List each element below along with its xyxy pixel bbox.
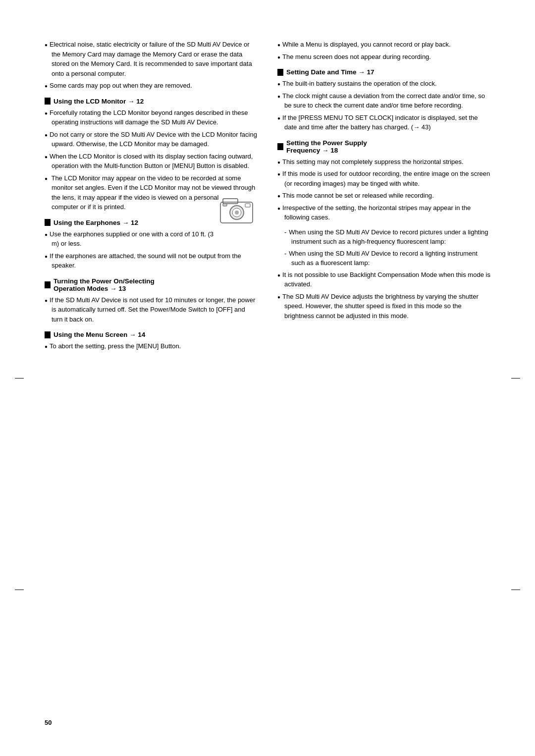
list-item: If the earphones are attached, the sound…	[45, 251, 258, 270]
list-item: The built-in battery sustains the operat…	[277, 79, 490, 89]
page: Electrical noise, static electricity or …	[0, 0, 535, 756]
sub-item-1: When using the SD Multi AV Device to rec…	[277, 227, 490, 247]
section-title-earphones: Using the Earphones → 12	[54, 219, 138, 226]
section-power-frequency: Setting the Power SupplyFrequency → 18	[277, 139, 490, 154]
section-title-lcd: Using the LCD Monitor → 12	[54, 98, 144, 105]
list-item: This mode cannot be set or released whil…	[277, 191, 490, 201]
list-item: While a Menu is displayed, you cannot re…	[277, 40, 490, 50]
section-title-menu-screen: Using the Menu Screen → 14	[54, 331, 145, 338]
list-item: Some cards may pop out when they are rem…	[45, 81, 258, 91]
list-item: The clock might cause a deviation from t…	[277, 91, 490, 110]
section-block-icon	[45, 331, 51, 338]
list-item: Use the earphones supplied or one with a…	[45, 229, 258, 249]
svg-point-4	[235, 211, 239, 215]
power-modes-bullets: If the SD Multi AV Device is not used fo…	[45, 295, 258, 324]
svg-rect-5	[245, 204, 250, 207]
menu-screen-bullets: To abort the setting, press the [MENU] B…	[45, 341, 258, 351]
sub-item-2: When using the SD Multi AV Device to rec…	[277, 249, 490, 268]
date-time-bullets: The built-in battery sustains the operat…	[277, 79, 490, 132]
top-bullet-list-left: Electrical noise, static electricity or …	[45, 40, 258, 91]
section-block-icon	[45, 281, 51, 288]
left-column: Electrical noise, static electricity or …	[45, 40, 258, 356]
list-item: If the SD Multi AV Device is not used fo…	[45, 295, 258, 324]
top-bullet-list-right: While a Menu is displayed, you cannot re…	[277, 40, 490, 61]
list-item: Irrespective of the setting, the horizon…	[277, 203, 490, 222]
list-item: This setting may not completely suppress…	[277, 157, 490, 167]
content-columns: Electrical noise, static electricity or …	[45, 40, 490, 356]
list-item: Do not carry or store the SD Multi AV De…	[45, 130, 258, 149]
section-date-time: Setting Date and Time → 17	[277, 68, 490, 76]
page-number: 50	[45, 719, 52, 726]
list-item: It is not possible to use Backlight Comp…	[277, 270, 490, 289]
list-item: Forcefully rotating the LCD Monitor beyo…	[45, 108, 258, 127]
section-title-power-modes: Turning the Power On/SelectingOperation …	[54, 277, 155, 292]
list-item: If the [PRESS MENU TO SET CLOCK] indicat…	[277, 113, 490, 132]
section-title-date-time: Setting Date and Time → 17	[286, 68, 374, 76]
list-item: Electrical noise, static electricity or …	[45, 40, 258, 78]
section-block-icon	[277, 69, 283, 76]
section-block-icon	[277, 143, 283, 150]
lcd-monitor-bullets: Forcefully rotating the LCD Monitor beyo…	[45, 108, 258, 212]
lcd-monitor-camera-text: The LCD Monitor may appear on the video …	[51, 174, 255, 211]
section-title-power-frequency: Setting the Power SupplyFrequency → 18	[286, 139, 367, 154]
crop-mark-right	[511, 378, 520, 378]
power-frequency-bullets: This setting may not completely suppress…	[277, 157, 490, 222]
section-menu-screen: Using the Menu Screen → 14	[45, 331, 258, 338]
crop-mark-right-lower	[511, 590, 520, 590]
crop-mark-left	[15, 378, 24, 378]
camera-image	[225, 195, 258, 230]
list-item: The menu screen does not appear during r…	[277, 52, 490, 62]
section-block-icon	[45, 98, 51, 105]
section-power-modes: Turning the Power On/SelectingOperation …	[45, 277, 258, 292]
list-item: When the LCD Monitor is closed with its …	[45, 152, 258, 171]
list-item: To abort the setting, press the [MENU] B…	[45, 341, 258, 351]
svg-rect-6	[223, 204, 227, 206]
list-item: The LCD Monitor may appear on the video …	[45, 173, 258, 212]
right-column: While a Menu is displayed, you cannot re…	[277, 40, 490, 356]
list-item: If this mode is used for outdoor recordi…	[277, 169, 490, 188]
crop-mark-left-lower	[15, 590, 24, 590]
section-lcd-monitor: Using the LCD Monitor → 12	[45, 98, 258, 105]
list-item: The SD Multi AV Device adjusts the brigh…	[277, 292, 490, 321]
power-frequency-more-bullets: It is not possible to use Backlight Comp…	[277, 270, 490, 321]
svg-rect-1	[223, 199, 238, 204]
earphones-bullets: Use the earphones supplied or one with a…	[45, 229, 258, 270]
section-block-icon	[45, 219, 51, 226]
section-earphones: Using the Earphones → 12	[45, 219, 220, 226]
camera-svg	[218, 195, 258, 227]
